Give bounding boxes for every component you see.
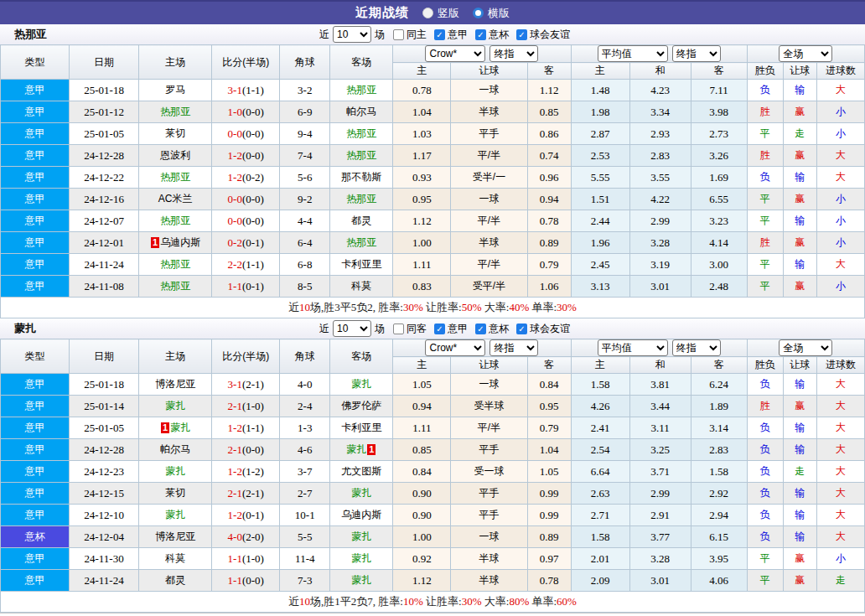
odds-time-select[interactable]: 终指 bbox=[489, 45, 538, 62]
score-halftime: (1-1) bbox=[242, 258, 264, 271]
cell-avg-draw: 3.28 bbox=[629, 232, 691, 254]
cell-home-team: 热那亚 bbox=[139, 167, 212, 189]
cell-avg-draw: 4.22 bbox=[629, 189, 691, 210]
scope-select[interactable]: 全场 bbox=[779, 339, 832, 356]
cell-home-team: 科莫 bbox=[139, 548, 212, 570]
summary-text: 场,胜3平5负2, 胜率: bbox=[310, 301, 403, 313]
club-friendly-checkbox[interactable]: ✓ bbox=[516, 29, 527, 40]
team-name: 蒙扎 bbox=[351, 574, 371, 586]
summary-value: 30% bbox=[403, 301, 423, 313]
cell-avg-draw: 3.77 bbox=[629, 526, 691, 548]
cell-result-handicap: 输 bbox=[783, 439, 816, 461]
cell-result-wdl: 负 bbox=[747, 439, 783, 461]
cell-odds-home: 1.00 bbox=[393, 526, 451, 548]
games-label: 场 bbox=[375, 28, 385, 42]
cell-date: 24-12-10 bbox=[70, 505, 139, 526]
match-count-select[interactable]: 10 bbox=[333, 320, 371, 337]
italy-cup-checkbox[interactable]: ✓ bbox=[475, 324, 486, 334]
cell-score: 3-1(2-1) bbox=[212, 374, 280, 396]
cell-odds-handicap: 平/半 bbox=[451, 254, 527, 276]
odds-source-select[interactable]: Crow* bbox=[425, 339, 485, 356]
odds-time-select[interactable]: 终指 bbox=[489, 339, 538, 356]
average-select[interactable]: 平均值 bbox=[598, 339, 668, 356]
cell-result-wdl: 负 bbox=[747, 483, 783, 505]
cell-odds-handicap: 一球 bbox=[451, 80, 527, 101]
score-halftime: (2-1) bbox=[242, 487, 264, 500]
match-count-select[interactable]: 10 bbox=[333, 26, 371, 43]
col-result-wdl: 胜负 bbox=[747, 63, 783, 80]
cell-avg-draw: 2.99 bbox=[629, 210, 691, 232]
match-row: 意甲25-01-14蒙扎2-1(1-0)2-4佛罗伦萨0.94受半球0.954.… bbox=[1, 396, 865, 417]
cell-corners: 3-2 bbox=[280, 80, 330, 101]
summary-text: 单率: bbox=[529, 595, 557, 608]
cell-date: 25-01-18 bbox=[70, 374, 139, 396]
summary-text: 单率: bbox=[529, 301, 557, 313]
cell-result-handicap: 赢 bbox=[783, 232, 816, 254]
horizontal-radio-icon[interactable] bbox=[473, 8, 484, 18]
cell-result-goals: 小 bbox=[816, 232, 864, 254]
odds-source-select[interactable]: Crow* bbox=[425, 45, 485, 62]
score-fulltime: 2-2 bbox=[228, 258, 242, 271]
cell-result-wdl: 平 bbox=[747, 570, 783, 592]
team-name: 帕尔马 bbox=[160, 443, 190, 455]
games-label: 场 bbox=[375, 322, 385, 336]
score-halftime: (2-1) bbox=[242, 378, 264, 391]
cell-result-goals: 大 bbox=[816, 417, 864, 439]
cell-result-goals: 大 bbox=[816, 461, 864, 483]
score-halftime: (0-0) bbox=[242, 193, 264, 205]
cell-away-team: 乌迪内斯 bbox=[330, 505, 393, 526]
cell-avg-draw: 3.11 bbox=[629, 417, 691, 439]
team-name: 佛罗伦萨 bbox=[341, 400, 381, 412]
average-select[interactable]: 平均值 bbox=[598, 45, 668, 62]
cell-avg-home: 1.98 bbox=[571, 101, 629, 123]
match-row: 意甲24-12-15莱切2-1(2-1)2-7蒙扎0.90平手0.992.632… bbox=[1, 483, 865, 505]
layout-vertical-option[interactable]: 竖版 bbox=[422, 6, 459, 21]
team-name: 热那亚 bbox=[346, 149, 376, 161]
filter-controls: 近 10 场 同客 ✓ 意甲 ✓ 意杯 ✓ 球会友谊 bbox=[319, 320, 570, 337]
cell-avg-away: 2.73 bbox=[691, 123, 747, 145]
cell-league-type: 意甲 bbox=[1, 210, 70, 232]
scope-select-group: 全场 bbox=[747, 339, 864, 357]
cell-result-goals: 大 bbox=[816, 483, 864, 505]
title-bar: 近期战绩 竖版 横版 bbox=[0, 0, 865, 24]
cell-odds-handicap: 平/半 bbox=[451, 417, 527, 439]
cell-odds-away: 0.78 bbox=[527, 210, 571, 232]
cell-result-handicap: 输 bbox=[783, 483, 816, 505]
cell-result-wdl: 胜 bbox=[747, 232, 783, 254]
col-odds-handicap: 让球 bbox=[451, 357, 527, 374]
italy-cup-checkbox[interactable]: ✓ bbox=[475, 29, 486, 40]
cell-odds-away: 0.84 bbox=[527, 374, 571, 396]
vertical-radio-icon[interactable] bbox=[422, 8, 433, 18]
layout-horizontal-option[interactable]: 横版 bbox=[473, 6, 510, 21]
serie-a-checkbox[interactable]: ✓ bbox=[434, 29, 445, 40]
cell-date: 24-12-23 bbox=[70, 461, 139, 483]
cell-avg-away: 6.24 bbox=[691, 374, 747, 396]
cell-avg-home: 2.71 bbox=[571, 505, 629, 526]
same-away-checkbox[interactable] bbox=[393, 324, 404, 334]
scope-select[interactable]: 全场 bbox=[779, 45, 832, 62]
cell-result-goals: 大 bbox=[816, 439, 864, 461]
average-time-select[interactable]: 终指 bbox=[672, 45, 721, 62]
cell-corners: 6-8 bbox=[280, 254, 330, 276]
cell-odds-away: 0.79 bbox=[527, 417, 571, 439]
cell-league-type: 意甲 bbox=[1, 167, 70, 189]
team-name: 蒙扎 bbox=[165, 509, 185, 520]
cell-odds-handicap: 半球 bbox=[451, 548, 527, 570]
cell-avg-home: 3.13 bbox=[571, 276, 629, 298]
average-time-select[interactable]: 终指 bbox=[672, 339, 721, 356]
club-friendly-checkbox[interactable]: ✓ bbox=[516, 324, 527, 334]
cell-result-wdl: 胜 bbox=[747, 101, 783, 123]
serie-a-checkbox[interactable]: ✓ bbox=[434, 324, 445, 334]
cell-avg-home: 1.58 bbox=[571, 374, 629, 396]
cell-odds-away: 0.99 bbox=[527, 483, 571, 505]
cell-home-team: 都灵 bbox=[139, 570, 212, 592]
same-home-checkbox[interactable] bbox=[393, 29, 404, 40]
cell-avg-away: 1.89 bbox=[691, 396, 747, 417]
cell-corners: 9-2 bbox=[280, 189, 330, 210]
cell-league-type: 意杯 bbox=[1, 526, 70, 548]
cell-odds-home: 1.03 bbox=[393, 123, 451, 145]
score-halftime: (0-0) bbox=[242, 574, 264, 587]
cell-odds-away: 0.97 bbox=[527, 548, 571, 570]
cell-date: 24-11-24 bbox=[70, 254, 139, 276]
cell-corners: 7-4 bbox=[280, 145, 330, 167]
